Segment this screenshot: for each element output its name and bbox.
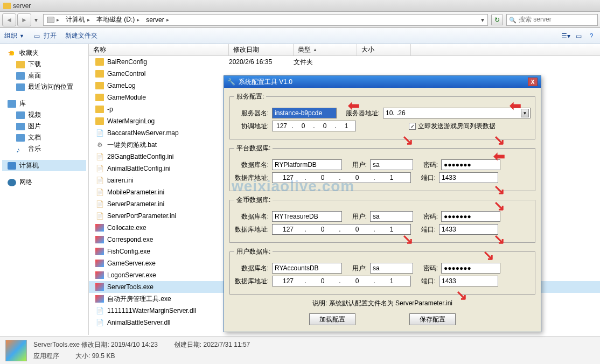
window-title: server <box>13 2 31 10</box>
file-name: Correspond.exe <box>107 236 153 243</box>
gold-dbname-input[interactable] <box>272 211 342 222</box>
sidebar-pictures[interactable]: 图片 <box>2 121 86 132</box>
platform-pwd-input[interactable] <box>441 159 500 170</box>
close-button[interactable]: X <box>528 78 538 86</box>
user-port-input[interactable] <box>439 276 498 286</box>
user-db-group: 用户数据库: 数据库名: 用户: 密码: 数据库地址: 127. 0. 0. 1… <box>229 247 535 295</box>
column-headers[interactable]: 名称 修改日期 类型 大小 <box>89 44 600 56</box>
file-icon <box>95 70 104 78</box>
file-name: MobileParameter.ini <box>107 188 164 196</box>
coord-addr-label: 协调地址: <box>234 122 269 131</box>
platform-user-input[interactable] <box>370 159 413 170</box>
file-name: BaiRenConfig <box>107 58 147 66</box>
addr-seg-folder[interactable]: server <box>146 16 164 24</box>
file-icon <box>95 141 104 149</box>
dialog-note: 说明: 系统默认配置文件名为 ServerParameter.ini <box>229 299 535 308</box>
file-icon <box>95 117 104 125</box>
gold-user-input[interactable] <box>370 211 413 222</box>
file-icon <box>95 260 104 267</box>
send-roomlist-checkbox[interactable]: ✓ 立即发送游戏房间列表数据 <box>409 122 496 131</box>
refresh-button[interactable]: ↻ <box>491 15 503 25</box>
sidebar-favorites[interactable]: 收藏夹 <box>2 47 86 59</box>
computer-icon <box>8 162 16 170</box>
open-button[interactable]: ▭打开 <box>33 31 57 40</box>
sidebar-recent[interactable]: 最近访问的位置 <box>2 81 86 93</box>
status-bar: ServerTools.exe 修改日期: 2019/4/10 14:23 创建… <box>0 336 600 364</box>
file-icon <box>95 188 104 196</box>
user-dbaddr-input[interactable]: 127. 0. 0. 1 <box>272 276 411 286</box>
file-icon <box>95 106 104 113</box>
server-name-label: 服务器名: <box>234 109 269 118</box>
gold-legend: 金币数据库: <box>234 195 273 205</box>
sidebar-downloads[interactable]: 下载 <box>2 59 86 70</box>
service-config-group: 服务配置: 服务器名: 服务器地址: 10. .26 ▼ 协调地址: 127. … <box>229 92 535 139</box>
file-icon <box>95 224 104 232</box>
address-bar[interactable]: ▸ 计算机▸ 本地磁盘 (D:)▸ server▸ ▾ <box>43 14 488 26</box>
addr-seg-drive[interactable]: 本地磁盘 (D:) <box>96 15 135 24</box>
user-pwd-input[interactable] <box>441 263 500 274</box>
dialog-titlebar[interactable]: 系统配置工具 V1.0 X <box>224 76 541 88</box>
sidebar-music[interactable]: 音乐 <box>2 143 86 155</box>
forward-button[interactable] <box>17 13 31 26</box>
gold-pwd-input[interactable] <box>441 211 500 222</box>
sidebar-computer[interactable]: 计算机 <box>2 160 86 171</box>
user-label: 用户: <box>345 160 367 170</box>
file-name: 28GangBattleConfig.ini <box>107 153 173 160</box>
file-icon <box>95 58 104 66</box>
platform-db-group: 平台数据库: 数据库名: 用户: 密码: 数据库地址: 127. 0. 0. 1… <box>229 144 535 191</box>
history-dropdown[interactable]: ▾ <box>32 13 40 26</box>
port-label: 端口: <box>414 173 436 183</box>
sidebar-desktop[interactable]: 桌面 <box>2 70 86 81</box>
platform-port-input[interactable] <box>439 172 498 183</box>
file-name: LogonServer.exe <box>107 271 156 279</box>
file-icon <box>95 129 104 137</box>
view-mode-button[interactable]: ☰▾ <box>561 32 570 40</box>
user-legend: 用户数据库: <box>234 247 273 256</box>
dialog-title: 系统配置工具 V1.0 <box>239 78 292 87</box>
col-size[interactable]: 大小 <box>357 44 411 55</box>
sidebar-videos[interactable]: 视频 <box>2 109 86 121</box>
user-user-input[interactable] <box>370 263 413 274</box>
desktop-icon <box>16 72 25 80</box>
file-name: 1111111WaterMarginServer.dll <box>107 307 196 314</box>
network-icon <box>8 179 16 186</box>
gold-port-input[interactable] <box>439 224 498 235</box>
back-button[interactable] <box>2 13 16 26</box>
platform-dbname-input[interactable] <box>272 159 342 170</box>
file-row[interactable]: BaiRenConfig2020/2/6 16:35文件夹 <box>89 56 600 68</box>
sidebar-library[interactable]: 库 <box>2 98 86 109</box>
newfolder-button[interactable]: 新建文件夹 <box>65 31 97 40</box>
save-config-button[interactable]: 保存配置 <box>409 313 456 325</box>
chevron-down-icon[interactable]: ▼ <box>521 109 529 117</box>
col-type[interactable]: 类型 <box>294 44 357 55</box>
search-box[interactable]: 搜索 server <box>506 14 598 26</box>
col-name[interactable]: 名称 <box>89 44 229 55</box>
file-icon <box>95 94 104 101</box>
music-icon <box>16 145 25 153</box>
platform-dbaddr-input[interactable]: 127. 0. 0. 1 <box>272 172 411 183</box>
file-icon <box>95 177 104 184</box>
file-icon <box>95 236 104 243</box>
server-name-input[interactable] <box>272 108 337 118</box>
organize-menu[interactable]: 组织 ▼ <box>4 31 24 40</box>
file-name: ServerTools.exe <box>107 283 154 291</box>
user-dbname-input[interactable] <box>272 263 342 274</box>
preview-pane-button[interactable]: ▭ <box>574 32 583 40</box>
status-filetype: 应用程序 <box>33 352 59 361</box>
file-name: -p <box>107 106 113 113</box>
sidebar-documents[interactable]: 文档 <box>2 132 86 143</box>
toolbar: 组织 ▼ ▭打开 新建文件夹 ☰▾ ▭ ? <box>0 28 600 44</box>
server-addr-combo[interactable]: 10. .26 ▼ <box>383 108 531 118</box>
load-config-button[interactable]: 加载配置 <box>309 313 355 325</box>
addr-seg-computer[interactable]: 计算机 <box>66 15 85 24</box>
coord-ip-input[interactable]: 127. 0. 0. 1 <box>272 121 356 131</box>
config-dialog: 系统配置工具 V1.0 X 服务配置: 服务器名: 服务器地址: 10. .26… <box>224 75 541 332</box>
address-dropdown[interactable]: ▾ <box>478 16 487 24</box>
library-icon <box>8 100 16 108</box>
gold-dbaddr-input[interactable]: 127. 0. 0. 1 <box>272 224 411 235</box>
col-date[interactable]: 修改日期 <box>229 44 294 55</box>
file-name: 自动开房管理工具.exe <box>107 295 171 304</box>
gold-db-group: 金币数据库: 数据库名: 用户: 密码: 数据库地址: 127. 0. 0. 1… <box>229 195 535 243</box>
sidebar-network[interactable]: 网络 <box>2 177 86 188</box>
help-button[interactable]: ? <box>587 32 596 40</box>
